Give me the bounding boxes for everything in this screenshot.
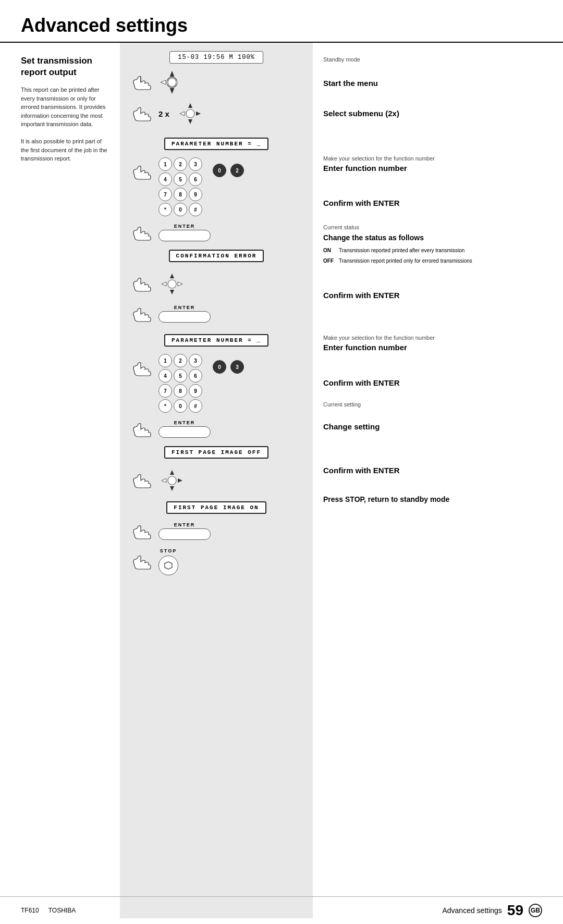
- enter-button-2[interactable]: [158, 311, 211, 323]
- enter-label-4: ENTER: [174, 522, 195, 527]
- finger-icon-9: [130, 471, 153, 490]
- key-hash: #: [189, 203, 202, 216]
- svg-point-10: [186, 109, 194, 118]
- display-first-page-off: FIRST PAGE IMAGE OFF: [164, 446, 268, 459]
- key-8: 8: [174, 188, 187, 201]
- enter-label-2: ENTER: [174, 305, 195, 310]
- right-column: Standby mode Start the menu Select subme…: [313, 43, 563, 918]
- finger-icon-10: [130, 522, 153, 541]
- keypad-1: 1 2 3 4 5 6 7 8 9 * 0 #: [158, 157, 202, 216]
- enter-button-4[interactable]: [158, 528, 211, 540]
- right-step-8: Confirm with ENTER: [323, 369, 547, 396]
- step-enter-2: ENTER: [130, 305, 302, 324]
- step-enter-4: ENTER: [130, 522, 302, 541]
- footer-section: Advanced settings: [442, 906, 501, 915]
- right-step-7: Make your selection for the function num…: [323, 317, 547, 369]
- finger-icon-4: [130, 224, 153, 242]
- center-column: 15-03 19:56 M 100%: [120, 43, 313, 918]
- step5-on: ON Transmission reported printed after e…: [323, 247, 547, 254]
- display-first-page-on: FIRST PAGE IMAGE ON: [166, 501, 266, 514]
- svg-marker-16: [170, 274, 174, 278]
- finger-icon-8: [130, 420, 153, 439]
- finger-icon-2: [130, 104, 153, 123]
- svg-marker-14: [196, 112, 201, 116]
- display-param-1: PARAMETER NUMBER = _: [164, 138, 268, 150]
- footer-page-num: 59: [507, 902, 523, 919]
- footer-badge: GB: [529, 904, 542, 917]
- key-1: 1: [158, 157, 172, 171]
- page-title: Advanced settings: [0, 0, 563, 43]
- svg-marker-18: [162, 282, 166, 286]
- nav-cross-2: [177, 100, 204, 127]
- finger-icon-11: [130, 552, 153, 571]
- key-7: 7: [158, 188, 172, 201]
- right-step-10: Change setting: [323, 413, 547, 440]
- key-3: 3: [189, 157, 202, 171]
- section-title: Set transmission report output: [21, 55, 109, 78]
- step5-off: OFF Transmission report printed only for…: [323, 257, 547, 265]
- enter-label-1: ENTER: [174, 224, 195, 229]
- finger-icon-1: [130, 73, 153, 92]
- step-stop: STOP: [130, 548, 302, 575]
- finger-icon-6: [130, 305, 153, 324]
- key-highlight-0-2: 0: [213, 360, 226, 374]
- stop-label: STOP: [160, 548, 177, 553]
- svg-marker-17: [170, 290, 174, 294]
- left-column: Set transmission report output This repo…: [0, 43, 120, 918]
- footer-brand: TOSHIBA: [48, 907, 76, 914]
- svg-marker-5: [170, 72, 174, 77]
- nav-cross-3: [158, 270, 186, 298]
- nav-cross-1: [158, 69, 186, 96]
- nav-cross-4: [158, 467, 186, 494]
- standby-label: Standby mode: [323, 51, 547, 68]
- step-enter-3: ENTER: [130, 420, 302, 439]
- svg-marker-13: [180, 112, 185, 116]
- footer-left: TF610 TOSHIBA: [21, 907, 76, 914]
- display-param-2: PARAMETER NUMBER = _: [164, 334, 268, 347]
- section-description: This report can be printed after every t…: [21, 85, 109, 163]
- key-highlight-2-1: 2: [230, 164, 244, 177]
- svg-point-9: [168, 78, 176, 87]
- key-highlight-0-1: 0: [213, 164, 226, 177]
- key-9: 9: [189, 188, 202, 201]
- svg-marker-6: [170, 88, 174, 93]
- svg-marker-24: [178, 478, 182, 483]
- svg-marker-19: [178, 282, 182, 286]
- svg-marker-11: [188, 103, 192, 108]
- finger-icon-7: [130, 359, 153, 378]
- keypad-section-1: 1 2 3 4 5 6 7 8 9 * 0 # 0 2: [130, 157, 302, 216]
- step-nav-1: [130, 69, 302, 96]
- key-0: 0: [174, 203, 187, 216]
- two-x-label: 2 x: [158, 109, 169, 118]
- footer-right: Advanced settings 59 GB: [442, 902, 542, 919]
- display-standby: 15-03 19:56 M 100%: [169, 51, 263, 64]
- key-highlight-3-2: 3: [230, 360, 244, 374]
- right-step-6: Confirm with ENTER: [323, 281, 547, 309]
- footer: TF610 TOSHIBA Advanced settings 59 GB: [0, 896, 563, 924]
- svg-point-15: [168, 280, 176, 288]
- right-step-1: Start the menu: [323, 68, 547, 98]
- key-5: 5: [174, 173, 187, 186]
- right-step-11: Confirm with ENTER: [323, 457, 547, 484]
- svg-marker-23: [162, 478, 166, 483]
- key-4: 4: [158, 173, 172, 186]
- step-enter-1: ENTER: [130, 224, 302, 242]
- step-nav-4: [130, 467, 302, 494]
- enter-button-3[interactable]: [158, 426, 211, 438]
- enter-button-1[interactable]: [158, 230, 211, 241]
- right-step-9: Current setting: [323, 396, 547, 413]
- svg-marker-25: [165, 562, 172, 569]
- key-6: 6: [189, 173, 202, 186]
- right-step-12: Press STOP, return to standby mode: [323, 484, 547, 515]
- display-confirmation: CONFIRMATION ERROR: [169, 250, 264, 262]
- right-step-3: Make your selection for the function num…: [323, 138, 547, 190]
- finger-icon-5: [130, 275, 153, 293]
- key-star: *: [158, 203, 172, 216]
- stop-button-wrap: STOP: [158, 548, 178, 575]
- stop-button[interactable]: [158, 556, 178, 575]
- svg-point-20: [168, 476, 176, 485]
- step-nav-3: [130, 270, 302, 298]
- enter-label-3: ENTER: [174, 420, 195, 425]
- keypad-2: 1 2 3 4 5 6 7 8 9 * 0 #: [158, 354, 202, 413]
- finger-icon-3: [130, 163, 153, 181]
